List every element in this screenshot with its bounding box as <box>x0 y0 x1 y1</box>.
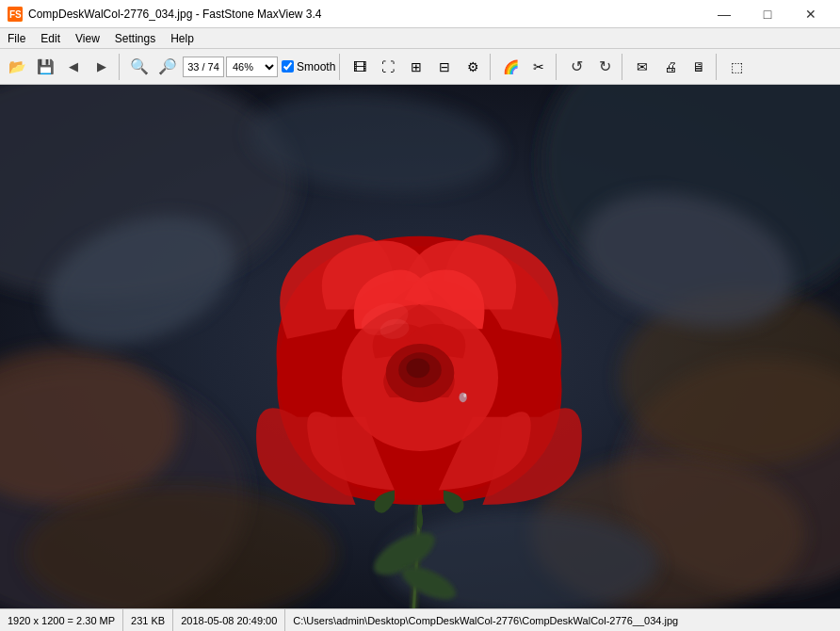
minimize-button[interactable]: — <box>703 0 746 28</box>
rotate-right-icon: ↻ <box>599 57 611 75</box>
status-dimensions: 1920 x 1200 = 2.30 MP <box>0 609 123 631</box>
statusbar: 1920 x 1200 = 2.30 MP 231 KB 2018-05-08 … <box>0 608 840 631</box>
prev-icon: ◀ <box>69 59 78 73</box>
smooth-label[interactable]: Smooth <box>282 60 335 73</box>
titlebar-left: FS CompDeskWalCol-2776_034.jpg - FastSto… <box>8 7 321 22</box>
svg-point-25 <box>463 394 466 397</box>
email-button[interactable]: ✉ <box>629 54 655 80</box>
menubar: File Edit View Settings Help <box>0 28 840 49</box>
rose-image <box>0 85 840 608</box>
zoom-select[interactable]: 46% 25% 50% 75% 100% Fit <box>226 57 278 77</box>
rotate-left-button[interactable]: ↺ <box>563 54 590 80</box>
titlebar: FS CompDeskWalCol-2776_034.jpg - FastSto… <box>0 0 840 28</box>
app-icon: FS <box>8 7 23 22</box>
toolbar-sep-6 <box>716 54 719 80</box>
compare-icon: ⊟ <box>439 59 450 74</box>
window-title: CompDeskWalCol-2776_034.jpg - FastStone … <box>28 8 321 21</box>
print-button[interactable]: 🖨 <box>657 54 684 80</box>
select-button[interactable]: ⬚ <box>723 54 750 80</box>
fullscreen-button[interactable]: ⛶ <box>375 54 401 80</box>
rotate-left-icon: ↺ <box>571 57 583 75</box>
monitor-button[interactable]: 🖥 <box>686 54 712 80</box>
titlebar-controls: — □ ✕ <box>703 0 832 28</box>
menu-edit[interactable]: Edit <box>33 28 68 48</box>
image-counter: 33 / 74 <box>183 57 224 77</box>
smooth-checkbox[interactable] <box>282 60 294 73</box>
toolbar: 📂 💾 ◀ ▶ 🔍 🔍 33 / 74 46% 25% 50% 75% 100%… <box>0 49 840 85</box>
email-icon: ✉ <box>637 59 648 74</box>
toolbar-sep-2 <box>339 54 343 80</box>
smooth-text: Smooth <box>297 60 335 73</box>
prev-button[interactable]: ◀ <box>60 54 87 80</box>
menu-settings[interactable]: Settings <box>107 28 163 48</box>
thumbnail-button[interactable]: ⊞ <box>403 54 429 80</box>
zoom-out-button[interactable]: 🔍 <box>154 54 181 80</box>
next-icon: ▶ <box>97 59 106 73</box>
filmstrip-button[interactable]: 🎞 <box>347 54 373 80</box>
menu-file[interactable]: File <box>0 28 33 48</box>
svg-point-21 <box>406 358 429 378</box>
toolbar-sep-5 <box>622 54 625 80</box>
open-icon: 📂 <box>8 59 26 73</box>
status-filepath: C:\Users\admin\Desktop\CompDeskWalCol-27… <box>285 609 840 631</box>
maximize-button[interactable]: □ <box>746 0 789 28</box>
status-filesize: 231 KB <box>123 609 173 631</box>
select-icon: ⬚ <box>731 59 743 74</box>
menu-view[interactable]: View <box>68 28 107 48</box>
open-button[interactable]: 📂 <box>4 54 30 80</box>
settings2-button[interactable]: ⚙ <box>460 54 486 80</box>
next-button[interactable]: ▶ <box>89 54 115 80</box>
status-datetime: 2018-05-08 20:49:00 <box>173 609 285 631</box>
zoom-in-icon: 🔍 <box>130 57 149 75</box>
crop-button[interactable]: ✂ <box>525 54 552 80</box>
image-area <box>0 85 840 608</box>
toolbar-sep-3 <box>490 54 493 80</box>
compare-button[interactable]: ⊟ <box>431 54 458 80</box>
save-icon: 💾 <box>37 59 55 73</box>
settings2-icon: ⚙ <box>467 59 479 74</box>
thumbnail-icon: ⊞ <box>411 59 422 74</box>
crop-icon: ✂ <box>533 59 544 74</box>
svg-text:FS: FS <box>9 9 22 20</box>
color-icon: 🌈 <box>503 59 519 74</box>
toolbar-sep-1 <box>119 54 122 80</box>
save-button[interactable]: 💾 <box>32 54 58 80</box>
color-button[interactable]: 🌈 <box>497 54 524 80</box>
filmstrip-icon: 🎞 <box>353 59 366 74</box>
fullscreen-icon: ⛶ <box>381 59 395 74</box>
toolbar-sep-4 <box>556 54 559 80</box>
zoom-in-button[interactable]: 🔍 <box>126 54 153 80</box>
print-icon: 🖨 <box>664 59 677 74</box>
close-button[interactable]: ✕ <box>789 0 832 28</box>
rotate-right-button[interactable]: ↻ <box>591 54 618 80</box>
zoom-out-icon: 🔍 <box>158 57 177 75</box>
menu-help[interactable]: Help <box>163 28 202 48</box>
monitor-icon: 🖥 <box>692 59 705 74</box>
